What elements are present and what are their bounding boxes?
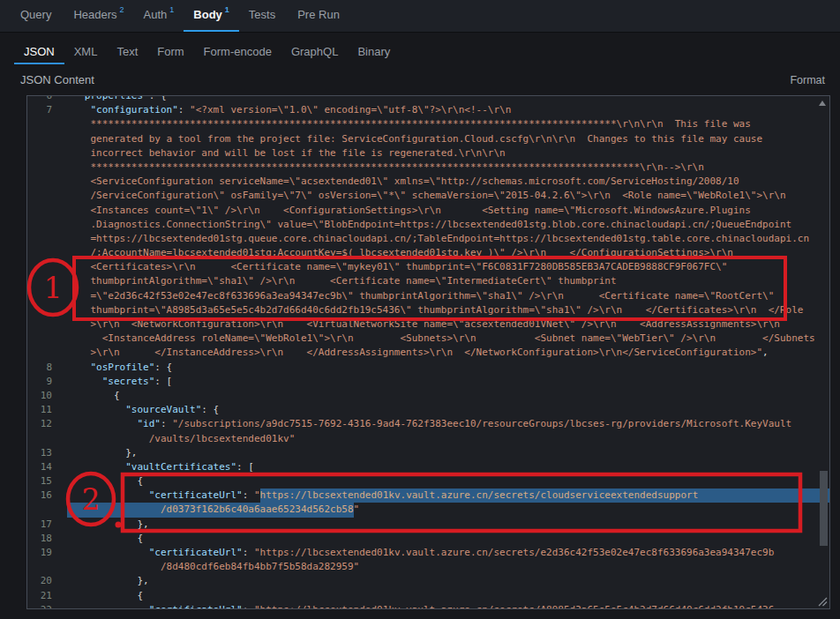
line-number: 17 [27, 518, 67, 532]
subtab-form-encode[interactable]: Form-encode [194, 41, 281, 64]
line-number: 10 [27, 389, 67, 403]
code-row: /vaults/lbcsextended01kv" [27, 432, 829, 446]
code-row: >\r\n </InstanceAddress>\r\n </AddressAs… [27, 346, 829, 360]
line-number [27, 432, 67, 446]
tab-auth[interactable]: Auth1 [134, 0, 184, 32]
code-row: 19 "certificateUrl": "https://lbcsextend… [27, 546, 829, 560]
code-row: 9 "secrets": [ [27, 375, 829, 389]
format-button[interactable]: Format [790, 74, 825, 86]
tab-pre-run[interactable]: Pre Run [288, 0, 352, 32]
scrollbar-thumb[interactable] [820, 471, 828, 546]
code-row: <InstanceAddress roleName=\"WebRole1\">\… [27, 332, 829, 346]
tab-query[interactable]: Query [11, 0, 64, 32]
code-row: thumbprint=\"A8985d3a65e5e5c4b2d7d66d40c… [27, 303, 829, 317]
line-number: 13 [27, 446, 67, 460]
line-number [27, 289, 67, 303]
tab-headers[interactable]: Headers2 [64, 0, 133, 32]
tab-tests[interactable]: Tests [239, 0, 288, 32]
code-row: 7 "configuration": "<?xml version=\"1.0\… [27, 103, 829, 117]
code-lines: 6 "properties": {7 "configuration": "<?x… [27, 95, 829, 609]
line-number: 20 [27, 574, 67, 588]
code-row: /8d480cdf6eb84fb4bb7f5b58da282959" [27, 560, 829, 574]
code-row: 14 "vaultCertificates": [ [27, 460, 829, 474]
code-row: 22 "certificateUrl": "https://lbcsextend… [27, 603, 829, 609]
code-row: <Certificates>\r\n <Certificate name=\"m… [27, 260, 829, 274]
code-row: ****************************************… [27, 160, 829, 175]
section-title: JSON Content [20, 73, 94, 86]
code-row: 8 "osProfile": { [27, 361, 829, 375]
code-row: 13 }, [27, 446, 829, 460]
code-row: 15 { [27, 474, 829, 488]
tab-body-badge: 1 [225, 5, 229, 14]
code-row: 11 "sourceVault": { [27, 403, 829, 417]
code-row: =https://lbcsextended01stg.queue.core.ch… [27, 232, 829, 246]
tab-headers-badge: 2 [120, 5, 124, 14]
request-tab-bar: Query Headers2 Auth1 Body1 Tests Pre Run [0, 0, 840, 33]
tab-auth-label: Auth [144, 8, 168, 21]
line-number [27, 246, 67, 260]
line-number: 9 [27, 375, 67, 389]
code-row: 16 "certificateUrl": "https://lbcsextend… [27, 488, 829, 503]
code-row: incorrect behavior and will be lost if t… [27, 146, 829, 160]
tab-body-label: Body [193, 8, 222, 21]
line-number [27, 274, 67, 288]
line-number [27, 560, 67, 574]
tab-query-label: Query [20, 8, 51, 21]
subtab-form[interactable]: Form [147, 41, 193, 64]
resize-grip-icon[interactable] [818, 597, 828, 607]
code-row: >\r\n <NetworkConfiguration>\r\n <Virtua… [27, 317, 829, 332]
line-number: 18 [27, 532, 67, 546]
tab-tests-label: Tests [249, 8, 275, 21]
tab-headers-label: Headers [73, 8, 116, 21]
line-number [27, 204, 67, 218]
line-number [27, 146, 67, 160]
line-number [27, 218, 67, 232]
code-row: .Diagnostics.ConnectionString\" value=\"… [27, 218, 829, 232]
section-header: JSON Content Format [20, 73, 825, 86]
line-number [27, 160, 67, 175]
line-number: 12 [27, 417, 67, 431]
line-number: 7 [27, 103, 67, 117]
tab-auth-badge: 1 [169, 5, 174, 14]
line-number [27, 117, 67, 131]
line-number [27, 317, 67, 332]
code-row: 6 "properties": { [27, 95, 829, 103]
subtab-graphql[interactable]: GraphQL [281, 41, 348, 64]
code-row: /;AccountName=lbcsextended01stg;AccountK… [27, 246, 829, 260]
code-row: /d0373f162b6c40a6aae65234d562cb58" [27, 503, 829, 517]
line-number: 16 [27, 488, 67, 503]
code-row: 21 { [27, 589, 829, 603]
line-number [27, 232, 67, 246]
line-number [27, 303, 67, 317]
line-number [27, 346, 67, 360]
subtab-json[interactable]: JSON [14, 41, 64, 64]
subtab-binary[interactable]: Binary [348, 41, 400, 64]
code-row: ****************************************… [27, 117, 829, 131]
code-row: generated by a tool from the project fil… [27, 132, 829, 146]
code-row: /ServiceConfiguration\" osFamily=\"7\" o… [27, 189, 829, 203]
tab-body[interactable]: Body1 [184, 0, 239, 32]
code-row: <Instances count=\"1\" />\r\n <Configura… [27, 204, 829, 218]
line-number: 8 [27, 361, 67, 375]
scrollbar-up-arrow-icon[interactable] [819, 101, 826, 106]
code-row: thumbprintAlgorithm=\"sha1\" />\r\n <Cer… [27, 274, 829, 288]
line-number [27, 260, 67, 274]
line-number: 22 [27, 603, 67, 609]
json-editor[interactable]: 6 "properties": {7 "configuration": "<?x… [26, 95, 830, 609]
body-type-tab-bar: JSON XML Text Form Form-encode GraphQL B… [0, 41, 840, 64]
line-number: 11 [27, 403, 67, 417]
line-number: 6 [27, 95, 67, 103]
line-number [27, 332, 67, 346]
code-row: 10 { [27, 389, 829, 403]
code-row: 20 }, [27, 574, 829, 588]
subtab-xml[interactable]: XML [64, 41, 108, 64]
line-number [27, 175, 67, 189]
code-row: 17 }, [27, 518, 829, 532]
line-number: 19 [27, 546, 67, 560]
line-number: 21 [27, 589, 67, 603]
subtab-text[interactable]: Text [107, 41, 147, 64]
code-row: <ServiceConfiguration serviceName=\"acse… [27, 175, 829, 189]
line-number: 15 [27, 474, 67, 488]
tab-pre-run-label: Pre Run [297, 8, 340, 21]
code-row: =\"e2d36c42f53e02e47ec8f633696a3ea94347e… [27, 289, 829, 303]
